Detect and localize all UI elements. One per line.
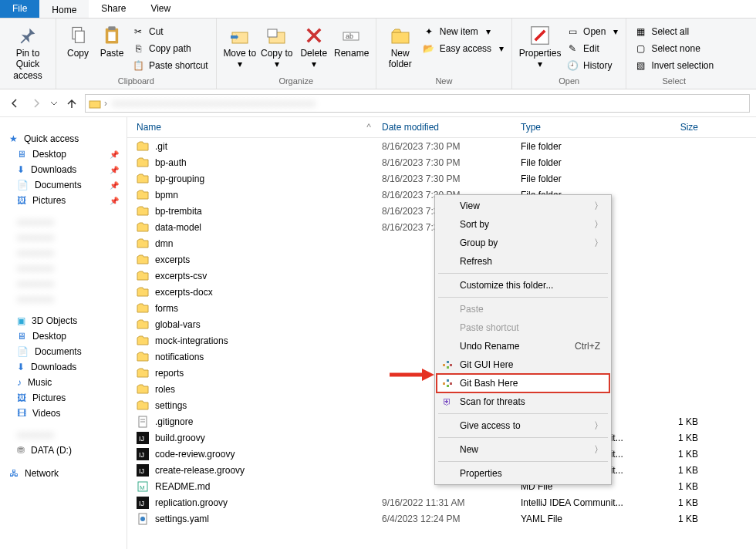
- file-name: bp-trembita: [155, 206, 382, 217]
- sidebar-downloads[interactable]: ⬇Downloads📌: [3, 162, 123, 177]
- folder-icon: [137, 157, 149, 169]
- delete-button[interactable]: Delete ▾: [295, 20, 332, 73]
- pin-to-quick-access-button[interactable]: Pin to Quick access: [5, 20, 51, 84]
- shortcut-label: Ctrl+Z: [575, 341, 600, 352]
- file-name: replication.groovy: [155, 497, 382, 508]
- ctx-paste: Paste: [437, 300, 609, 318]
- open-button[interactable]: ▭Open▾: [563, 23, 621, 40]
- sidebar-blurred-6[interactable]: xxxxxxxx: [3, 291, 123, 307]
- ctx-sort-by[interactable]: Sort by〉: [437, 215, 609, 234]
- svg-text:IJ: IJ: [139, 500, 144, 507]
- file-name: settings: [155, 400, 382, 411]
- sidebar-pictures[interactable]: 🖼Pictures📌: [3, 193, 123, 208]
- folder-icon: [137, 221, 149, 234]
- tab-file[interactable]: File: [0, 0, 39, 18]
- copy-path-icon: ⎘: [132, 42, 144, 55]
- sidebar-network[interactable]: 🖧Network: [3, 466, 123, 481]
- ctx-customize[interactable]: Customize this folder...: [437, 276, 609, 295]
- invert-selection-button[interactable]: ▧Invert selection: [631, 57, 717, 74]
- address-bar: › xxxxxxxxxxxxxxxxxxxxxxxxxxxxxxxxxxxxxx…: [0, 89, 756, 117]
- sidebar-blurred-2[interactable]: xxxxxxxx: [3, 230, 123, 245]
- music-icon: ♪: [17, 377, 22, 388]
- tab-view[interactable]: View: [138, 0, 183, 18]
- up-button[interactable]: [63, 95, 80, 112]
- sidebar-3d-objects[interactable]: ▣3D Objects: [3, 313, 123, 328]
- git-icon: [441, 359, 454, 371]
- file-row[interactable]: IJreplication.groovy9/16/2022 11:31 AMIn…: [127, 494, 756, 510]
- select-all-button[interactable]: ▦Select all: [631, 23, 717, 40]
- svg-rect-35: [450, 382, 452, 385]
- file-name: bp-auth: [155, 157, 382, 168]
- ctx-give-access[interactable]: Give access to〉: [437, 416, 609, 435]
- rename-button[interactable]: ab Rename: [332, 20, 371, 62]
- sidebar-blurred-7[interactable]: xxxxxxxx: [3, 427, 123, 443]
- svg-text:IJ: IJ: [139, 467, 144, 475]
- sidebar-music[interactable]: ♪Music: [3, 375, 123, 390]
- file-date: 6/4/2023 12:24 PM: [382, 514, 521, 524]
- sidebar-desktop[interactable]: 🖥Desktop📌: [3, 147, 123, 162]
- sidebar-desktop-2[interactable]: 🖥Desktop: [3, 328, 123, 344]
- recent-dropdown[interactable]: [49, 95, 59, 112]
- sidebar-videos[interactable]: 🎞Videos: [3, 406, 123, 421]
- sidebar-documents-2[interactable]: 📄Documents: [3, 344, 123, 359]
- column-headers: Name^ Date modified Type Size: [127, 117, 756, 138]
- col-type[interactable]: Type: [521, 122, 636, 133]
- ctx-git-gui[interactable]: Git GUI Here: [437, 355, 609, 374]
- address-input[interactable]: › xxxxxxxxxxxxxxxxxxxxxxxxxxxxxxxxxxxxxx…: [85, 94, 750, 113]
- ctx-refresh[interactable]: Refresh: [437, 252, 609, 271]
- folder-icon: [137, 318, 149, 331]
- easy-access-button[interactable]: 📂Easy access▾: [420, 40, 507, 57]
- ctx-git-bash[interactable]: Git Bash Here: [437, 374, 609, 392]
- ctx-scan[interactable]: ⛨Scan for threats: [437, 392, 609, 411]
- delete-icon: [302, 23, 326, 48]
- col-date[interactable]: Date modified: [382, 122, 521, 133]
- copy-button[interactable]: Copy: [61, 20, 95, 62]
- sidebar-pictures-2[interactable]: 🖼Pictures: [3, 390, 123, 406]
- move-to-button[interactable]: Move to ▾: [221, 20, 258, 73]
- cut-button[interactable]: ✂Cut: [129, 23, 211, 40]
- sidebar-blurred-3[interactable]: xxxxxxxx: [3, 245, 123, 261]
- paste-shortcut-button[interactable]: 📋Paste shortcut: [129, 57, 211, 74]
- svg-rect-29: [447, 361, 449, 363]
- paste-button[interactable]: Paste: [95, 20, 129, 62]
- paste-shortcut-icon: 📋: [132, 59, 144, 72]
- file-row[interactable]: .git8/16/2023 7:30 PMFile folder: [127, 138, 756, 154]
- new-folder-button[interactable]: New folder: [381, 20, 420, 73]
- back-button[interactable]: [6, 95, 23, 112]
- file-row[interactable]: bp-auth8/16/2023 7:30 PMFile folder: [127, 154, 756, 170]
- copy-path-button[interactable]: ⎘Copy path: [129, 40, 211, 57]
- properties-button[interactable]: Properties ▾: [517, 20, 563, 73]
- col-size[interactable]: Size: [636, 122, 714, 133]
- ctx-properties[interactable]: Properties: [437, 464, 609, 483]
- svg-text:IJ: IJ: [139, 451, 144, 459]
- new-item-button[interactable]: ✦New item▾: [420, 23, 507, 40]
- history-button[interactable]: 🕘History: [563, 57, 621, 74]
- forward-button[interactable]: [28, 95, 45, 112]
- sidebar-blurred-1[interactable]: xxxxxxxx: [3, 214, 123, 230]
- file-row[interactable]: bp-grouping8/16/2023 7:30 PMFile folder: [127, 170, 756, 187]
- sidebar-downloads-2[interactable]: ⬇Downloads: [3, 359, 123, 375]
- sidebar-blurred-5[interactable]: xxxxxxxx: [3, 276, 123, 291]
- sidebar-data-drive[interactable]: ⛃DATA (D:): [3, 443, 123, 458]
- ctx-group-by[interactable]: Group by〉: [437, 234, 609, 252]
- file-size: 1 KB: [636, 449, 714, 460]
- move-to-icon: [228, 23, 252, 48]
- file-row[interactable]: settings.yaml6/4/2023 12:24 PMYAML File1…: [127, 510, 756, 527]
- select-none-button[interactable]: ▢Select none: [631, 40, 717, 57]
- main-area: ★Quick access 🖥Desktop📌 ⬇Downloads📌 📄Doc…: [0, 117, 756, 549]
- ctx-undo-rename[interactable]: Undo RenameCtrl+Z: [437, 337, 609, 355]
- folder-icon: [137, 302, 149, 315]
- sidebar-blurred-4[interactable]: xxxxxxxx: [3, 261, 123, 276]
- col-name[interactable]: Name^: [127, 122, 382, 133]
- ctx-view[interactable]: View〉: [437, 197, 609, 215]
- copy-to-button[interactable]: Copy to ▾: [258, 20, 295, 73]
- sidebar-documents[interactable]: 📄Documents📌: [3, 177, 123, 193]
- tab-share[interactable]: Share: [89, 0, 138, 18]
- edit-button[interactable]: ✎Edit: [563, 40, 621, 57]
- file-date: 8/16/2023 7:30 PM: [382, 157, 521, 168]
- file-name: excerpts: [155, 254, 382, 265]
- tab-home[interactable]: Home: [39, 0, 89, 18]
- ctx-new[interactable]: New〉: [437, 440, 609, 459]
- quick-access-root[interactable]: ★Quick access: [3, 131, 123, 147]
- file-name: excerpts-csv: [155, 271, 382, 281]
